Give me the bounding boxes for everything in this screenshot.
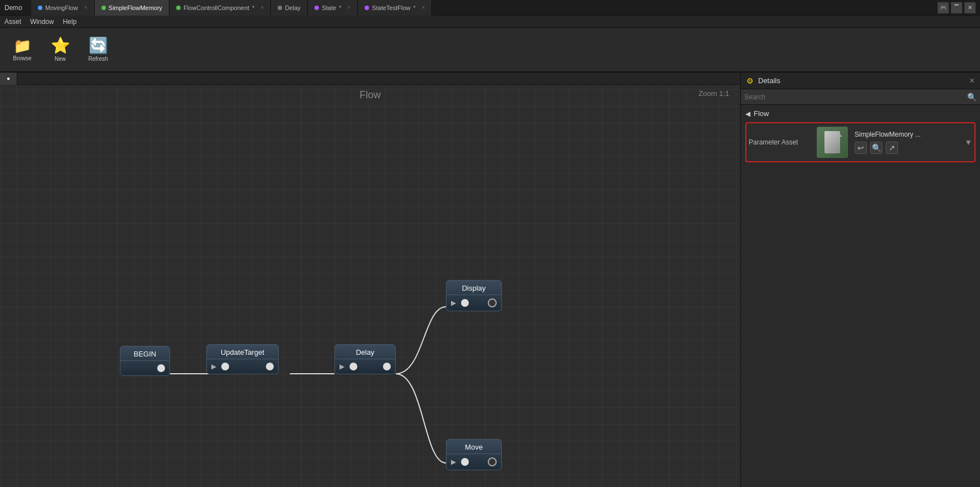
node-display[interactable]: Display ▶ (446, 280, 502, 311)
canvas-tab-bar: ● (0, 73, 740, 85)
tab-label-flowcontroll: FlowControllComponent (183, 4, 249, 11)
tab-dot-state (314, 6, 319, 10)
browse-icon: 📁 (13, 38, 31, 53)
tab-close-flowcontroll[interactable]: × (260, 4, 264, 11)
tab-delay[interactable]: Delay (271, 0, 308, 16)
details-content: ◀ Flow Parameter Asset SimpleFlowMemory … (741, 105, 980, 487)
node-begin-body (120, 361, 169, 375)
node-move-title: Move (447, 440, 501, 454)
tab-dot-flowcontroll (176, 6, 181, 10)
menu-window[interactable]: Window (30, 18, 54, 26)
node-updatetarget[interactable]: UpdateTarget ▶ (206, 344, 279, 374)
asset-name: SimpleFlowMemory ... (855, 131, 958, 138)
node-updatetarget-body: ▶ (207, 359, 278, 374)
updatetarget-in-port[interactable] (221, 363, 229, 370)
search-icon: 🔍 (967, 93, 977, 102)
move-in-port[interactable] (461, 458, 469, 466)
tab-label-movingflow: MovingFlow (45, 4, 78, 11)
details-title-icon: ⚙ (746, 76, 754, 85)
browse-button[interactable]: 📁 Browse (4, 30, 40, 70)
display-in-arrow[interactable]: ▶ (451, 299, 459, 307)
tab-label-simpleflowmemory: SimpleFlowMemory (109, 4, 163, 11)
refresh-icon: 🔄 (89, 38, 108, 54)
node-move-body: ▶ (447, 454, 501, 470)
asset-info: SimpleFlowMemory ... ↩ 🔍 ↗ (855, 131, 958, 154)
tab-close-statetestflow[interactable]: × (422, 4, 425, 11)
tab-dot-statetestflow (365, 6, 369, 10)
node-delay-title: Delay (335, 345, 395, 359)
tab-close-movingflow[interactable]: × (84, 4, 88, 11)
tab-dot-delay (278, 6, 282, 10)
maximize-button[interactable]: ▔ (951, 2, 962, 13)
flow-section-header: ◀ Flow (745, 109, 976, 118)
parameter-asset-row: Parameter Asset SimpleFlowMemory ... ↩ 🔍… (745, 122, 976, 162)
menu-asset[interactable]: Asset (4, 18, 21, 26)
parameter-asset-label: Parameter Asset (749, 138, 810, 146)
details-close-button[interactable]: × (969, 76, 974, 86)
delay-out-port[interactable] (383, 363, 391, 370)
asset-search-icon: 🔍 (872, 143, 881, 152)
details-search-input[interactable] (744, 93, 967, 101)
display-in-port[interactable] (461, 299, 469, 307)
updatetarget-in-arrow[interactable]: ▶ (211, 363, 219, 370)
node-display-title: Display (447, 281, 501, 295)
tab-statetestflow[interactable]: StateTestFlow* × (358, 0, 432, 16)
canvas-zoom: Zoom 1:1 (698, 89, 729, 98)
delay-in-arrow[interactable]: ▶ (339, 363, 347, 370)
tab-dot-movingflow (38, 6, 42, 10)
title-bar: Demo MovingFlow × SimpleFlowMemory FlowC… (0, 0, 980, 16)
tab-dot-simpleflowmemory (101, 6, 106, 10)
asset-thumbnail (817, 127, 848, 158)
dropdown-arrow-icon[interactable]: ▼ (964, 138, 972, 147)
new-button[interactable]: ⭐ New (42, 30, 78, 70)
close-button[interactable]: ✕ (964, 2, 976, 13)
new-icon: ⭐ (51, 38, 70, 54)
node-delay[interactable]: Delay ▶ (334, 344, 396, 374)
node-move[interactable]: Move ▶ (446, 439, 502, 470)
canvas-tab-flow[interactable]: ● (0, 73, 17, 85)
asset-actions: ↩ 🔍 ↗ (855, 142, 958, 154)
app-name: Demo (4, 4, 22, 12)
tab-flowcontroll[interactable]: FlowControllComponent* × (169, 0, 271, 16)
move-in-arrow[interactable]: ▶ (451, 458, 459, 466)
move-out-port[interactable] (488, 457, 497, 466)
new-label: New (55, 56, 66, 62)
details-title-text: Details (758, 76, 965, 85)
node-display-body: ▶ (447, 295, 501, 311)
tab-close-state[interactable]: × (347, 4, 351, 11)
tab-state[interactable]: State* × (308, 0, 358, 16)
tab-simpleflowmemory[interactable]: SimpleFlowMemory (95, 0, 170, 16)
details-panel: ⚙ Details × 🔍 ◀ Flow Parameter Asset Sim… (740, 73, 980, 487)
tab-movingflow[interactable]: MovingFlow × (31, 0, 95, 16)
canvas-tab-label: ● (7, 75, 10, 81)
details-search-bar: 🔍 (741, 89, 980, 105)
refresh-button[interactable]: 🔄 Refresh (80, 30, 116, 70)
refresh-label: Refresh (88, 56, 108, 62)
canvas-area[interactable]: ● Flow Zoom 1:1 BEGIN UpdateTarget (0, 73, 740, 487)
node-begin-title: BEGIN (120, 346, 169, 361)
asset-back-button[interactable]: ↩ (855, 142, 867, 154)
flow-section-label: Flow (754, 109, 769, 118)
browse-label: Browse (13, 55, 31, 61)
asset-search-button[interactable]: 🔍 (870, 142, 882, 154)
node-begin[interactable]: BEGIN (120, 346, 170, 376)
asset-thumb-graphic (824, 131, 840, 153)
flow-section-arrow: ◀ (745, 110, 750, 118)
node-delay-body: ▶ (335, 359, 395, 374)
toolbar: 📁 Browse ⭐ New 🔄 Refresh (0, 28, 980, 73)
node-updatetarget-title: UpdateTarget (207, 345, 278, 359)
asset-open-icon: ↗ (889, 143, 895, 152)
tab-label-state: State (322, 4, 336, 11)
asset-open-button[interactable]: ↗ (886, 142, 898, 154)
connections-svg (0, 73, 740, 487)
menu-bar: Asset Window Help (0, 16, 980, 28)
delay-in-port[interactable] (350, 363, 357, 370)
display-out-port[interactable] (488, 298, 497, 307)
menu-help[interactable]: Help (63, 18, 77, 26)
updatetarget-out-port[interactable] (266, 363, 274, 370)
begin-out-port[interactable] (157, 364, 165, 372)
tab-label-statetestflow: StateTestFlow (372, 4, 410, 11)
minimize-button[interactable]: 🎮 (938, 2, 949, 13)
tab-label-delay: Delay (285, 4, 300, 11)
details-header: ⚙ Details × (741, 73, 980, 89)
